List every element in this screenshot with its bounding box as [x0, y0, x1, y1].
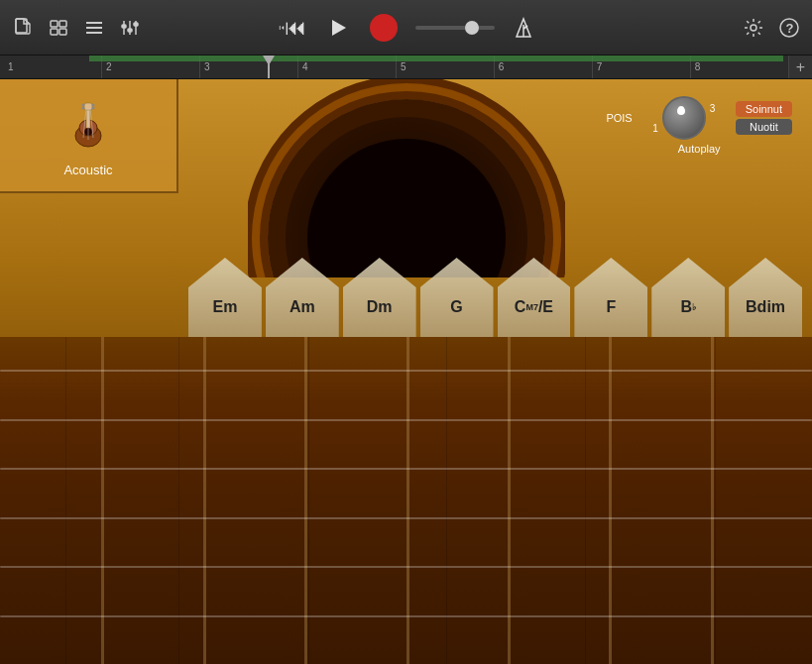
soundhole-container: [248, 79, 565, 277]
chord-em[interactable]: Em: [188, 258, 262, 337]
metronome-icon[interactable]: [513, 17, 534, 39]
list-view-icon[interactable]: [83, 17, 105, 39]
svg-marker-14: [282, 26, 284, 30]
timeline-mark-1: 1: [4, 55, 102, 78]
tracks-view-icon[interactable]: [48, 17, 69, 39]
volume-knob[interactable]: [465, 21, 479, 35]
svg-rect-7: [86, 32, 102, 34]
svg-rect-1: [51, 21, 58, 27]
soinnut-button[interactable]: Soinnut: [736, 101, 792, 117]
autoplay-section: POIS 2 1 3 4 Soinnut Nuotit Autoplay: [606, 99, 792, 155]
rewind-button[interactable]: ⏮: [279, 14, 306, 42]
string-1: [0, 370, 812, 372]
toolbar-right: ?: [743, 17, 800, 39]
svg-rect-3: [51, 29, 58, 35]
string-3: [0, 468, 812, 470]
svg-marker-17: [332, 20, 346, 36]
autoplay-knob[interactable]: [662, 96, 706, 140]
add-track-button[interactable]: +: [789, 55, 812, 79]
svg-point-31: [92, 107, 95, 110]
svg-rect-12: [128, 29, 132, 32]
nuotit-button[interactable]: Nuotit: [736, 119, 792, 135]
chords-row: Em Am Dm G CM7/E F B♭ Bdim: [178, 258, 812, 337]
svg-rect-5: [86, 22, 102, 24]
string-6: [0, 615, 812, 617]
svg-point-21: [751, 25, 756, 31]
svg-rect-6: [86, 27, 102, 29]
timeline: 1 2 3 4 5 6 7 8 +: [0, 55, 812, 79]
string-2: [0, 419, 812, 421]
svg-rect-15: [279, 26, 280, 30]
svg-text:?: ?: [786, 21, 794, 36]
timeline-range: [89, 55, 783, 61]
string-4: [0, 517, 812, 519]
soundhole-arch: [268, 99, 545, 277]
transport-controls: ⏮: [279, 14, 534, 42]
svg-rect-13: [134, 23, 138, 26]
svg-point-28: [82, 104, 85, 107]
main-content: Acoustic POIS 2 1 3 4 Soinnut: [0, 79, 812, 664]
chord-dm[interactable]: Dm: [343, 258, 416, 337]
svg-rect-4: [59, 29, 66, 35]
toolbar: ⏮ ?: [0, 0, 812, 55]
timeline-playhead[interactable]: [268, 55, 270, 78]
help-icon[interactable]: ?: [778, 17, 800, 39]
chord-bb[interactable]: B♭: [651, 258, 725, 337]
play-button[interactable]: [324, 14, 352, 42]
chord-am[interactable]: Am: [266, 258, 339, 337]
chord-f[interactable]: F: [574, 258, 647, 337]
string-5: [0, 566, 812, 568]
soundhole-inner: [307, 139, 506, 277]
pois-label: POIS: [606, 112, 632, 124]
svg-rect-2: [59, 21, 66, 27]
settings-icon[interactable]: [743, 17, 764, 39]
svg-rect-0: [16, 19, 27, 33]
svg-point-30: [82, 107, 85, 110]
fretboard[interactable]: [0, 337, 812, 664]
autoplay-label: Autoplay: [678, 143, 721, 155]
track-icon: [57, 93, 120, 157]
chord-cm7e[interactable]: CM7/E: [498, 258, 571, 337]
toolbar-left: [12, 17, 141, 39]
fret-strings: [0, 337, 812, 664]
chord-bdim[interactable]: Bdim: [729, 258, 802, 337]
chord-g[interactable]: G: [420, 258, 494, 337]
new-document-icon[interactable]: [12, 17, 34, 39]
track-name: Acoustic: [63, 163, 112, 177]
svg-rect-11: [122, 25, 126, 28]
volume-slider[interactable]: [415, 26, 495, 30]
autoplay-buttons: Soinnut Nuotit: [736, 101, 792, 135]
autoplay-num-3: 3: [710, 103, 728, 114]
autoplay-num-1: 1: [640, 123, 658, 134]
svg-point-29: [92, 104, 95, 107]
record-button[interactable]: [370, 14, 398, 42]
mixer-icon[interactable]: [119, 17, 141, 39]
track-header[interactable]: Acoustic: [0, 79, 178, 193]
